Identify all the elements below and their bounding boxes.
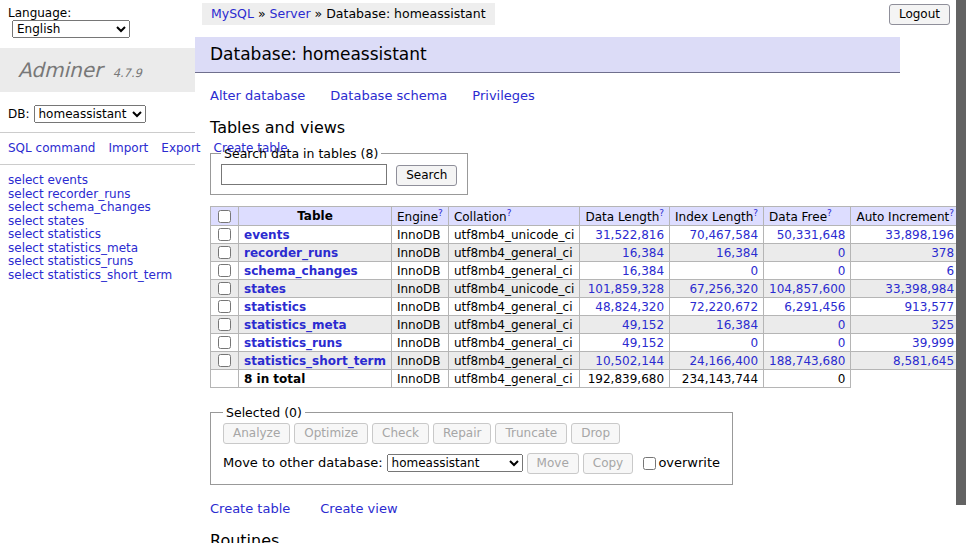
select-link-states[interactable]: select [8, 214, 44, 228]
data-length-link-statistics[interactable]: 48,824,320 [585, 300, 664, 314]
sidebar-table-link-events[interactable]: events [47, 173, 87, 187]
truncate-button[interactable]: Truncate [495, 423, 567, 444]
check-button[interactable]: Check [372, 423, 429, 444]
select-link-events[interactable]: select [8, 173, 44, 187]
help-link-index-length[interactable]: ? [753, 208, 758, 218]
table-name-link-statistics[interactable]: statistics [244, 300, 306, 314]
row-checkbox-statistics-meta[interactable] [218, 318, 231, 331]
auto-increment-link-schema-changes[interactable]: 6 [856, 264, 954, 278]
row-checkbox-statistics-short-term[interactable] [218, 354, 231, 367]
auto-increment-link-statistics[interactable]: 913,577 [856, 300, 954, 314]
help-link-auto-increment[interactable]: ? [949, 208, 954, 218]
data-length-cell: 16,384 [580, 244, 670, 262]
select-all-checkbox[interactable] [218, 210, 231, 223]
db-select[interactable]: homeassistant [34, 105, 146, 123]
breadcrumb-mysql[interactable]: MySQL [211, 6, 254, 21]
data-length-link-statistics-meta[interactable]: 49,152 [585, 318, 664, 332]
index-length-link-events[interactable]: 70,467,584 [675, 228, 758, 242]
data-free-link-recorder-runs[interactable]: 0 [769, 246, 845, 260]
row-checkbox-statistics[interactable] [218, 300, 231, 313]
data-free-link-statistics-short-term[interactable]: 188,743,680 [769, 354, 845, 368]
index-length-link-statistics-runs[interactable]: 0 [675, 336, 758, 350]
search-input[interactable] [221, 164, 387, 185]
menu-link-import[interactable]: Import [108, 141, 148, 155]
data-length-link-states[interactable]: 101,859,328 [585, 282, 664, 296]
select-link-statistics-runs[interactable]: select [8, 254, 44, 268]
row-checkbox-recorder-runs[interactable] [218, 246, 231, 259]
data-length-link-statistics-short-term[interactable]: 10,502,144 [585, 354, 664, 368]
repair-button[interactable]: Repair [433, 423, 491, 444]
language-select[interactable]: English [12, 20, 130, 38]
help-link-data-length[interactable]: ? [659, 208, 664, 218]
sidebar-table-link-statistics-meta[interactable]: statistics_meta [47, 241, 138, 255]
engine-cell: InnoDB [391, 298, 448, 316]
row-checkbox-states[interactable] [218, 282, 231, 295]
create-link-create-table[interactable]: Create table [210, 501, 290, 516]
table-name-link-statistics-meta[interactable]: statistics_meta [244, 318, 347, 332]
data-length-link-schema-changes[interactable]: 16,384 [585, 264, 664, 278]
scrollbar-thumb[interactable] [956, 0, 966, 505]
table-name-link-events[interactable]: events [244, 228, 290, 242]
analyze-button[interactable]: Analyze [223, 423, 290, 444]
data-length-link-events[interactable]: 31,522,816 [585, 228, 664, 242]
index-length-link-statistics-short-term[interactable]: 24,166,400 [675, 354, 758, 368]
auto-increment-link-events[interactable]: 33,898,196 [856, 228, 954, 242]
data-free-link-events[interactable]: 50,331,648 [769, 228, 845, 242]
data-length-link-statistics-runs[interactable]: 49,152 [585, 336, 664, 350]
logout-button[interactable]: Logout [889, 4, 950, 25]
auto-increment-link-statistics-runs[interactable]: 39,999 [856, 336, 954, 350]
data-free-link-statistics[interactable]: 6,291,456 [769, 300, 845, 314]
row-checkbox-events[interactable] [218, 228, 231, 241]
drop-button[interactable]: Drop [571, 423, 620, 444]
select-link-statistics-short-term[interactable]: select [8, 268, 44, 282]
move-button[interactable]: Move [527, 453, 579, 474]
index-length-link-statistics-meta[interactable]: 16,384 [675, 318, 758, 332]
index-length-link-recorder-runs[interactable]: 16,384 [675, 246, 758, 260]
breadcrumb-server[interactable]: Server [270, 6, 311, 21]
table-total-row: 8 in totalInnoDButf8mb4_general_ci192,83… [211, 370, 966, 388]
sidebar-table-link-schema-changes[interactable]: schema_changes [47, 200, 150, 214]
select-link-schema-changes[interactable]: select [8, 200, 44, 214]
auto-increment-link-statistics-short-term[interactable]: 8,581,645 [856, 354, 954, 368]
row-checkbox-schema-changes[interactable] [218, 264, 231, 277]
data-free-link-states[interactable]: 104,857,600 [769, 282, 845, 296]
menu-link-sql-command[interactable]: SQL command [8, 141, 95, 155]
data-free-link-schema-changes[interactable]: 0 [769, 264, 845, 278]
table-name-link-statistics-runs[interactable]: statistics_runs [244, 336, 342, 350]
db-action-database-schema[interactable]: Database schema [330, 88, 447, 103]
adminer-home-link[interactable]: Adminer [18, 58, 102, 82]
sidebar-table-link-statistics[interactable]: statistics [47, 227, 101, 241]
select-link-statistics-meta[interactable]: select [8, 241, 44, 255]
table-name-link-recorder-runs[interactable]: recorder_runs [244, 246, 338, 260]
optimize-button[interactable]: Optimize [294, 423, 368, 444]
db-action-alter-database[interactable]: Alter database [210, 88, 305, 103]
table-name-link-schema-changes[interactable]: schema_changes [244, 264, 358, 278]
sidebar-table-link-states[interactable]: states [47, 214, 84, 228]
data-length-link-recorder-runs[interactable]: 16,384 [585, 246, 664, 260]
copy-button[interactable]: Copy [583, 453, 633, 474]
auto-increment-link-states[interactable]: 33,398,984 [856, 282, 954, 296]
move-db-select[interactable]: homeassistant [387, 454, 523, 472]
select-link-statistics[interactable]: select [8, 227, 44, 241]
sidebar-table-link-statistics-short-term[interactable]: statistics_short_term [47, 268, 172, 282]
overwrite-checkbox[interactable] [643, 457, 656, 470]
table-name-link-states[interactable]: states [244, 282, 286, 296]
help-link-data-free[interactable]: ? [827, 208, 832, 218]
table-name-link-statistics-short-term[interactable]: statistics_short_term [244, 354, 386, 368]
index-length-link-statistics[interactable]: 72,220,672 [675, 300, 758, 314]
sidebar-table-link-recorder-runs[interactable]: recorder_runs [47, 187, 130, 201]
create-link-create-view[interactable]: Create view [320, 501, 397, 516]
data-free-link-statistics-runs[interactable]: 0 [769, 336, 845, 350]
row-checkbox-statistics-runs[interactable] [218, 336, 231, 349]
data-free-link-statistics-meta[interactable]: 0 [769, 318, 845, 332]
help-link-engine[interactable]: ? [438, 208, 443, 218]
search-button[interactable]: Search [396, 165, 457, 186]
sidebar-table-link-statistics-runs[interactable]: statistics_runs [47, 254, 133, 268]
index-length-link-schema-changes[interactable]: 0 [675, 264, 758, 278]
select-link-recorder-runs[interactable]: select [8, 187, 44, 201]
help-link-collation[interactable]: ? [507, 208, 512, 218]
auto-increment-link-statistics-meta[interactable]: 325 [856, 318, 954, 332]
auto-increment-link-recorder-runs[interactable]: 378 [856, 246, 954, 260]
db-action-privileges[interactable]: Privileges [472, 88, 535, 103]
index-length-link-states[interactable]: 67,256,320 [675, 282, 758, 296]
